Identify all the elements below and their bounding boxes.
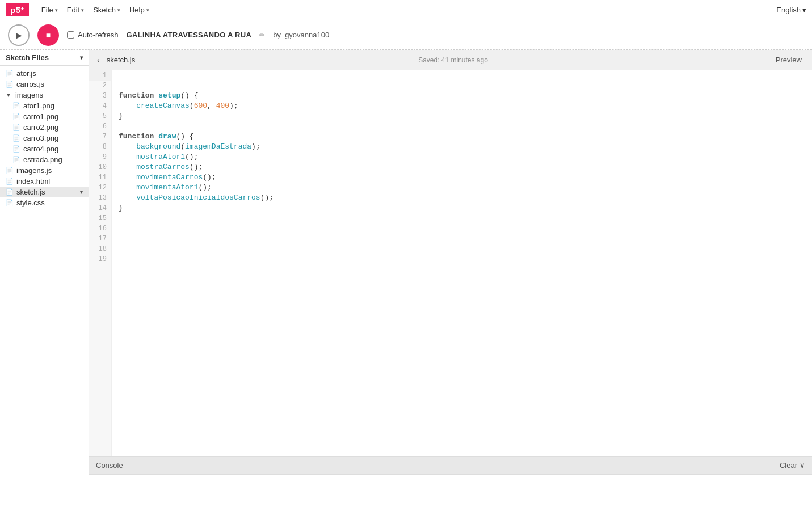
folder-open-icon: ▼ (6, 92, 11, 98)
code-content: 1 2 3 4 5 6 7 8 9 10 11 12 13 14 15 16 1 (89, 70, 812, 456)
file-carros-js[interactable]: 📄 carros.js (0, 79, 89, 90)
stop-button[interactable]: ■ (37, 24, 59, 46)
code-line-18 (119, 244, 812, 254)
console-label: Console (96, 461, 123, 470)
line-num-4: 4 (89, 101, 111, 111)
folder-imagens[interactable]: ▼ imagens (0, 90, 89, 100)
file-icon: 📄 (12, 102, 20, 109)
code-editor[interactable]: 1 2 3 4 5 6 7 8 9 10 11 12 13 14 15 16 1 (89, 70, 812, 456)
editor-area: ‹ sketch.js Saved: 41 minutes ago Previe… (89, 50, 812, 507)
help-caret-icon: ▾ (146, 7, 149, 13)
file-carro1-png[interactable]: 📄 carro1.png (0, 111, 89, 122)
p5-logo: p5* (6, 3, 29, 16)
menu-sketch[interactable]: Sketch ▾ (89, 3, 125, 16)
code-line-19 (119, 254, 812, 264)
play-button[interactable]: ▶ (8, 24, 30, 46)
code-line-5: } (119, 111, 812, 121)
line-num-9: 9 (89, 152, 111, 162)
saved-status: Saved: 41 minutes ago (418, 56, 488, 64)
file-tree: 📄 ator.js 📄 carros.js ▼ imagens 📄 ator1.… (0, 66, 89, 210)
file-icon: 📄 (6, 167, 14, 174)
file-style-css[interactable]: 📄 style.css (0, 197, 89, 208)
file-imagens-js[interactable]: 📄 imagens.js (0, 165, 89, 176)
console-header: Console Clear ∨ (89, 457, 812, 475)
menu-file[interactable]: File ▾ (37, 3, 62, 16)
edit-caret-icon: ▾ (81, 7, 84, 13)
auto-refresh-area: Auto-refresh (67, 31, 119, 39)
file-icon: 📄 (6, 178, 14, 185)
lang-caret-icon: ▾ (802, 6, 806, 14)
editor-header-left: ‹ sketch.js (95, 54, 135, 66)
preview-label[interactable]: Preview (771, 53, 806, 66)
back-button[interactable]: ‹ (95, 54, 102, 66)
file-estrada-png[interactable]: 📄 estrada.png (0, 154, 89, 165)
code-line-1 (119, 70, 812, 81)
file-ator-js[interactable]: 📄 ator.js (0, 68, 89, 79)
file-icon: 📄 (12, 113, 20, 120)
line-num-3: 3 (89, 91, 111, 101)
line-num-18: 18 (89, 244, 111, 254)
code-line-3: function setup() { (119, 91, 812, 101)
code-line-17 (119, 234, 812, 244)
editor-header: ‹ sketch.js Saved: 41 minutes ago Previe… (89, 50, 812, 70)
sidebar-caret-icon[interactable]: ▾ (80, 54, 83, 61)
sidebar-title: Sketch Files (6, 53, 49, 62)
toolbar: ▶ ■ Auto-refresh GALINHA ATRAVESSANDO A … (0, 20, 812, 50)
by-user: by gyovanna100 (273, 31, 329, 39)
code-line-12: movimentaAtor1(); (119, 183, 812, 193)
auto-refresh-label: Auto-refresh (78, 31, 119, 39)
menu-edit[interactable]: Edit ▾ (62, 3, 89, 16)
code-line-10: mostraCarros(); (119, 162, 812, 172)
code-line-2 (119, 81, 812, 91)
file-icon: 📄 (12, 124, 20, 131)
menu-help[interactable]: Help ▾ (125, 3, 154, 16)
sidebar: Sketch Files ▾ 📄 ator.js 📄 carros.js ▼ i… (0, 50, 89, 507)
code-line-8: background(imagemDaEstrada); (119, 142, 812, 152)
line-num-8: 8 (89, 142, 111, 152)
line-num-7: 7 (89, 132, 111, 142)
line-num-19: 19 (89, 254, 111, 264)
code-line-6 (119, 121, 812, 132)
file-sketch-js[interactable]: 📄 sketch.js ▾ (0, 187, 89, 197)
auto-refresh-checkbox[interactable] (67, 31, 74, 39)
stop-icon: ■ (46, 31, 51, 40)
code-line-9: mostraAtor1(); (119, 152, 812, 162)
file-index-html[interactable]: 📄 index.html (0, 176, 89, 187)
folder-label: imagens (15, 91, 43, 99)
file-carro2-png[interactable]: 📄 carro2.png (0, 122, 89, 133)
sketch-title: GALINHA ATRAVESSANDO A RUA (127, 31, 252, 39)
code-line-15 (119, 213, 812, 223)
file-carro4-png[interactable]: 📄 carro4.png (0, 143, 89, 154)
file-icon: 📄 (12, 134, 20, 142)
code-line-16 (119, 223, 812, 234)
sketch-js-caret-icon: ▾ (80, 189, 83, 195)
edit-title-icon[interactable]: ✏ (259, 31, 265, 39)
line-num-12: 12 (89, 183, 111, 193)
code-line-4: createCanvas(600, 400); (119, 101, 812, 111)
code-lines[interactable]: function setup() { createCanvas(600, 400… (112, 70, 812, 456)
line-num-6: 6 (89, 121, 111, 132)
code-line-11: movimentaCarros(); (119, 172, 812, 183)
file-icon: 📄 (6, 199, 14, 206)
file-icon: 📄 (6, 81, 14, 88)
file-ator1-png[interactable]: 📄 ator1.png (0, 100, 89, 111)
code-line-14: } (119, 203, 812, 213)
code-line-7: function draw() { (119, 132, 812, 142)
line-num-14: 14 (89, 203, 111, 213)
file-carro3-png[interactable]: 📄 carro3.png (0, 133, 89, 143)
file-icon: 📄 (12, 145, 20, 153)
line-num-13: 13 (89, 193, 111, 203)
console-output (89, 475, 812, 507)
line-num-15: 15 (89, 213, 111, 223)
line-num-10: 10 (89, 162, 111, 172)
clear-label: Clear (780, 461, 797, 470)
clear-button[interactable]: Clear ∨ (780, 461, 805, 470)
file-icon: 📄 (6, 188, 14, 196)
top-bar-left: p5* File ▾ Edit ▾ Sketch ▾ Help ▾ (6, 3, 154, 16)
language-selector[interactable]: English ▾ (776, 6, 806, 14)
chevron-down-icon: ∨ (800, 461, 805, 470)
line-num-11: 11 (89, 172, 111, 183)
file-icon: 📄 (12, 156, 20, 163)
code-line-13: voltaPosicaoInicialdosCarros(); (119, 193, 812, 203)
line-num-5: 5 (89, 111, 111, 121)
